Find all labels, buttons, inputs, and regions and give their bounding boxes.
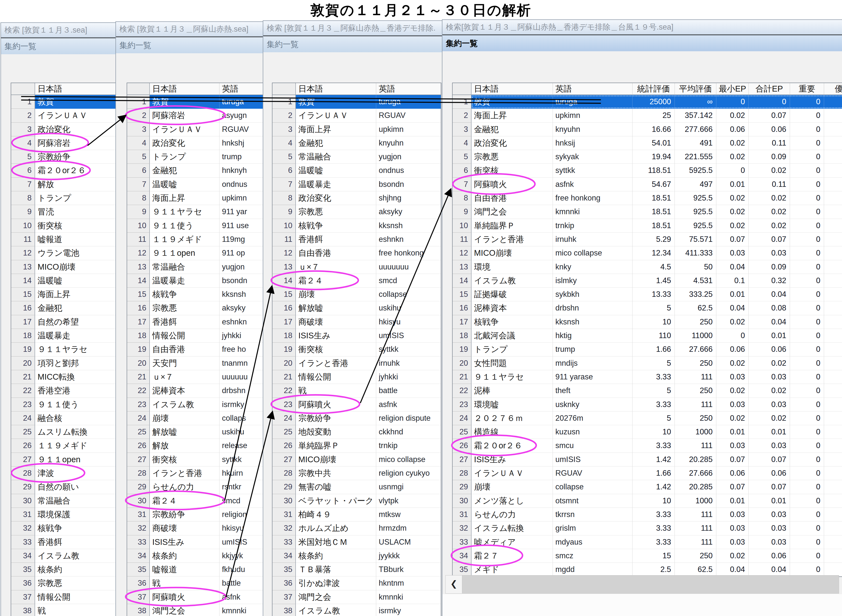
column-header[interactable]: 重要 xyxy=(790,83,824,95)
column-header[interactable]: 平均評価 xyxy=(675,83,716,95)
table-row[interactable]: 14イスラム教islmky1.454.5310.10.320 xyxy=(453,274,842,287)
table-row[interactable]: 10核戦争kksnsh xyxy=(273,219,441,233)
table-row[interactable]: 26霜２０or２６smcu3.331110.030.030 xyxy=(453,439,842,453)
table-row[interactable]: 12MICO崩壊mico collapse12.34411.3330.030.0… xyxy=(453,246,842,260)
column-header[interactable]: 統計評価 xyxy=(632,83,675,95)
table-row[interactable]: 14温暖暴走bsondn xyxy=(127,274,264,287)
table-row[interactable]: 21９１１ヤラセ911 yarase3.331110.030.030 xyxy=(453,370,842,384)
table-row[interactable]: 32イスラム転換grislm3.331110.030.030 xyxy=(453,521,842,535)
table-row[interactable]: 4金融犯knyuhn xyxy=(273,136,441,150)
table-row[interactable]: 16金融犯 xyxy=(11,301,119,315)
table-row[interactable]: 8海面上昇upkimn xyxy=(127,191,264,205)
table-row[interactable]: 27９１１open xyxy=(11,453,119,466)
table-row[interactable]: 10単純臨界Ｐtrnkip18.51925.50.020.020 xyxy=(453,219,842,233)
column-header[interactable]: 合計EP xyxy=(749,83,790,95)
table-row[interactable]: 33米国対地ＣＭUSLACM xyxy=(273,535,441,549)
table-row[interactable]: 22泥棒theft52500.020.020 xyxy=(453,384,842,397)
table-row[interactable]: 24２０２７６ｍ20276m52500.020.020 xyxy=(453,412,842,425)
table-row[interactable]: 15証拠爆破sykbkh13.33333.250.010.040 xyxy=(453,287,842,301)
table-row[interactable]: 8トランプ xyxy=(11,191,119,205)
table-row[interactable]: 7阿蘇噴火asfnk54.674970.010.110 xyxy=(453,177,842,191)
table-row[interactable]: 35核条約 xyxy=(11,563,119,576)
table-row[interactable]: 7温暖暴走bsondn xyxy=(273,177,441,191)
table-row[interactable]: 9鴻門之会kmnnki18.51925.50.020.020 xyxy=(453,205,842,219)
table-row[interactable]: 34核条約jyykkk xyxy=(273,549,441,563)
table-row[interactable]: 18情報公開jyhkki xyxy=(127,329,264,343)
table-row[interactable]: 6衝突核syttkk118.515925.500.020 xyxy=(453,164,842,177)
table-row[interactable]: 6金融犯hnknyh xyxy=(127,164,264,177)
table-row[interactable]: 19９１１ヤラセ xyxy=(11,343,119,356)
table-row[interactable]: 20イランと香港irnuhk xyxy=(273,356,441,370)
table-row[interactable]: 22戦battle xyxy=(273,384,441,397)
table-row[interactable]: 13ｕ×７uuuuuuu xyxy=(273,260,441,274)
table-row[interactable]: 34霜２７smcz152500.020.060 xyxy=(453,549,842,563)
table-row[interactable]: 7解放 xyxy=(11,177,119,191)
table-row[interactable]: 29無害の嘘usnmgi xyxy=(273,480,441,494)
table-row[interactable]: 29らせんの力rsntkr xyxy=(127,480,264,494)
row-number-header[interactable] xyxy=(273,83,296,95)
table-row[interactable]: 11嘘報道 xyxy=(11,233,119,246)
horizontal-scrollbar[interactable]: ❮ xyxy=(445,575,839,594)
row-number-header[interactable] xyxy=(127,83,150,95)
table-row[interactable]: 3金融犯knyuhn16.66277.6660.060.060 xyxy=(453,123,842,136)
table-row[interactable]: 23９１１使う xyxy=(11,398,119,412)
table-row[interactable]: 30常温融合 xyxy=(11,494,119,508)
table-row[interactable]: 23イスラム教isrmky xyxy=(127,398,264,412)
table-row[interactable]: 33嘘メディアmdyaus3.331110.030.030 xyxy=(453,535,842,549)
table-row[interactable]: 26解放release xyxy=(127,439,264,453)
table-row[interactable]: 31らせんの力tkrrsn3.331110.030.030 xyxy=(453,508,842,521)
column-header[interactable]: 英語 xyxy=(553,83,632,95)
table-row[interactable]: 16宗教悪aksyky xyxy=(127,301,264,315)
table-row[interactable]: 3政治変化 xyxy=(11,123,119,136)
table-row[interactable]: 15海面上昇 xyxy=(11,287,119,301)
table-row[interactable]: 36戦battle xyxy=(127,576,264,590)
table-row[interactable]: 1敦賀turuga25000∞000 xyxy=(453,95,842,109)
table-row[interactable]: 27MICO崩壊mico collapse xyxy=(273,453,441,466)
table-row[interactable]: 24崩壊collaps xyxy=(127,412,264,425)
row-number-header[interactable] xyxy=(11,83,35,95)
table-row[interactable]: 37鴻門之会kmnnki xyxy=(273,590,441,604)
table-row[interactable]: 37阿蘇噴火asfnk xyxy=(127,590,264,604)
table-row[interactable]: 18北戴河会議hktig1101100000.010 xyxy=(453,329,842,343)
table-row[interactable]: 18ISIS生みumISIS xyxy=(273,329,441,343)
column-header[interactable]: 最小EP xyxy=(716,83,749,95)
scroll-left-icon[interactable]: ❮ xyxy=(446,575,462,593)
table-row[interactable]: 13MICO崩壊 xyxy=(11,260,119,274)
table-row[interactable]: 1敦賀turuga xyxy=(273,95,441,109)
table-row[interactable]: 21ｕ×７uuuuuu xyxy=(127,370,264,384)
table-row[interactable]: 10９１１使う911 use xyxy=(127,219,264,233)
column-header[interactable]: 日本語 xyxy=(471,83,553,95)
table-row[interactable]: 13常温融合yugjon xyxy=(127,260,264,274)
table-row[interactable]: 28宗教中共religion cyukyo xyxy=(273,466,441,480)
table-row[interactable]: 20項羽と劉邦 xyxy=(11,356,119,370)
table-row[interactable]: 18温暖暴走 xyxy=(11,329,119,343)
table-row[interactable]: 30霜２４smcd xyxy=(127,494,264,508)
table-row[interactable]: 30ベラヤット・パークvlytpk xyxy=(273,494,441,508)
column-header[interactable]: 日本語 xyxy=(296,83,376,95)
table-row[interactable]: 26単純臨界Ｐtrnkip xyxy=(273,439,441,453)
column-header[interactable]: 優 xyxy=(824,83,842,95)
table-row[interactable]: 7温暖嘘ondnus xyxy=(127,177,264,191)
window-title-bar[interactable]: 検索 [敦賀１１月３.sea] xyxy=(1,23,119,38)
table-row[interactable]: 26１１９メギド xyxy=(11,439,119,453)
table-row[interactable]: 13環境knky4.5500.040.090 xyxy=(453,260,842,274)
table-row[interactable]: 28イランＵＡＶRGUAV1.6627.6660.060.060 xyxy=(453,466,842,480)
table-row[interactable]: 9宗教悪aksyky xyxy=(273,205,441,219)
table-row[interactable]: 35ＴＢ暴落TBburk xyxy=(273,563,441,576)
table-row[interactable]: 28イランと香港hkuirn xyxy=(127,466,264,480)
table-row[interactable]: 11香港餌eshnkn xyxy=(273,233,441,246)
table-row[interactable]: 17香港餌eshnkn xyxy=(127,315,264,329)
table-row[interactable]: 38イスラム教isrmky xyxy=(273,604,441,616)
table-row[interactable]: 11イランと香港irnuhk5.2975.5710.070.070 xyxy=(453,233,842,246)
table-row[interactable]: 24融合核 xyxy=(11,412,119,425)
table-row[interactable]: 1敦賀turuga xyxy=(127,95,264,109)
table-row[interactable]: 12９１１open911 op xyxy=(127,246,264,260)
table-row[interactable]: 22泥棒資本drbshn xyxy=(127,384,264,397)
table-row[interactable]: 25解放嘘uskihu xyxy=(127,425,264,439)
table-row[interactable]: 6霜２０or２６ xyxy=(11,164,119,177)
table-row[interactable]: 3イランＵＡＶRGUAV xyxy=(127,123,264,136)
table-row[interactable]: 8政治変化shjhng xyxy=(273,191,441,205)
column-header[interactable]: 英語 xyxy=(220,83,264,95)
table-row[interactable]: 12自由香港free honkong xyxy=(273,246,441,260)
table-row[interactable]: 5常温融合yugjon xyxy=(273,150,441,164)
